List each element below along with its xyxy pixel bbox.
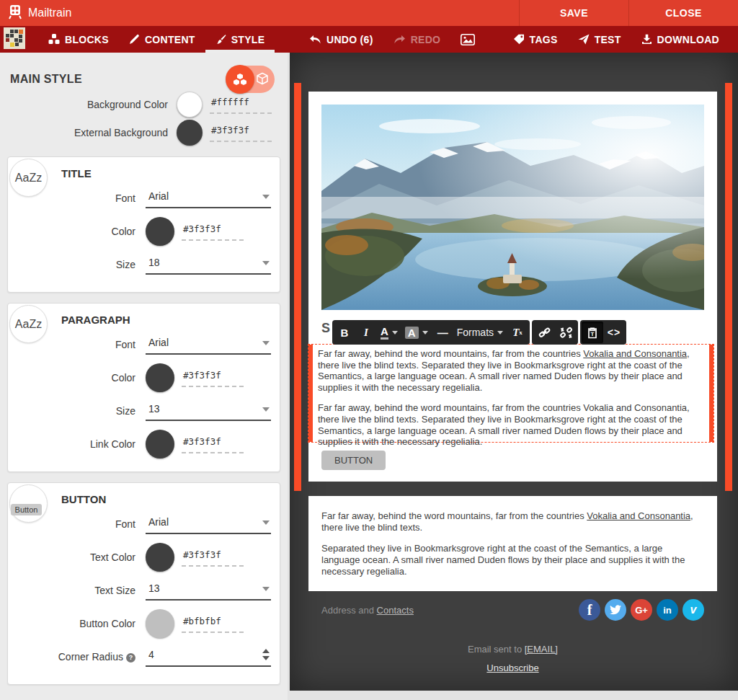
title-color-swatch[interactable] [146,217,174,246]
redo-icon [394,35,406,45]
facebook-icon[interactable]: f [579,599,600,621]
tab-blocks[interactable]: BLOCKS [38,26,119,53]
external-background-value[interactable]: #3f3f3f [210,125,272,142]
email-token-link[interactable]: [EMAIL] [525,644,558,655]
paragraph-font-select[interactable]: Arial [146,335,271,355]
insert-link-button[interactable] [533,322,555,343]
richtext-toolbar: B I A A — Formats Tx T <> [332,320,626,345]
external-background-row: External Background #3f3f3f [0,118,288,146]
google-plus-icon[interactable]: G+ [631,599,652,621]
email-section-title[interactable]: S [321,321,330,336]
corner-radius-input[interactable]: 4 [146,647,271,667]
button-text-size-select[interactable]: 13 [146,581,271,601]
cube-outline-icon [256,72,269,88]
chevron-down-icon [262,261,270,265]
email-sent-line: Email sent to [EMAIL] [308,644,717,655]
button-font-select[interactable]: Arial [146,515,271,534]
undo-icon [309,35,321,45]
button-color-value[interactable]: #bfbfbf [182,616,244,633]
download-button[interactable]: DOWNLOAD [631,26,729,53]
email-canvas: S B I A A — Formats Tx T <> [290,53,738,691]
block-selection-right-bar [725,83,732,491]
undo-button[interactable]: UNDO (6) [299,26,383,53]
tab-style[interactable]: STYLE [205,26,275,53]
chevron-down-icon [262,195,270,199]
title-style-card: AaZz TITLE Font Arial Color #3f3f3f Size… [7,156,280,293]
email-cta-button[interactable]: BUTTON [321,451,386,470]
chevron-down-icon [262,341,270,345]
formats-dropdown[interactable]: Formats [453,322,507,343]
title-font-select[interactable]: Arial [146,189,271,208]
title-color-value[interactable]: #3f3f3f [182,223,244,241]
vimeo-icon[interactable]: v [683,599,704,621]
clear-formatting-button[interactable]: Tx [507,322,528,343]
svg-text:T: T [591,331,595,337]
tab-content[interactable]: CONTENT [119,26,205,53]
edited-paragraphs[interactable]: Far far away, behind the word mountains,… [318,348,706,448]
email-body-block[interactable]: S B I A A — Formats Tx T <> [308,92,717,482]
hero-image[interactable] [321,105,704,310]
social-icons: f G+ in v [579,599,717,621]
button-text-color-swatch[interactable] [146,543,174,572]
editor-toolbar: BLOCKS CONTENT STYLE UNDO (6) REDO TAGS [0,26,738,53]
pencil-icon [129,34,140,45]
paragraph-link-color-value[interactable]: #3f3f3f [182,436,244,453]
image-icon [461,34,475,45]
blocks-icon [48,34,60,45]
edit-selection-left-edge [308,345,313,442]
address-line: Address and Contacts [308,605,414,616]
email-preview-area: S B I A A — Formats Tx T <> [288,53,738,700]
paragraph-color-value[interactable]: #3f3f3f [182,370,244,387]
text-color-button[interactable]: A [377,322,401,343]
horizontal-rule-button[interactable]: — [432,322,453,343]
paste-as-text-button[interactable]: T [582,322,603,343]
save-button[interactable]: SAVE [519,0,628,26]
button-section-title: BUTTON [61,493,271,505]
vokalia-link[interactable]: Vokalia and Consonantia [583,348,687,359]
unsubscribe-link[interactable]: Unsubscribe [486,663,538,673]
redo-button[interactable]: REDO [383,26,451,53]
paragraph-badge: AaZz [9,305,48,343]
paragraph-section-title: PARAGRAPH [61,314,271,326]
button-color-swatch[interactable] [146,609,174,638]
remove-link-button[interactable] [555,322,577,343]
background-color-button[interactable]: A [401,322,432,343]
edit-mode-toggle[interactable] [227,66,275,93]
gallery-button[interactable] [450,26,485,53]
bold-button[interactable]: B [334,322,355,343]
corner-radius-stepper[interactable] [262,649,270,660]
test-button[interactable]: TEST [568,26,631,53]
title-size-select[interactable]: 18 [146,255,271,275]
external-background-swatch[interactable] [177,120,203,146]
tag-icon [513,34,525,45]
chevron-down-icon [497,331,503,335]
chevron-down-icon [422,331,428,335]
download-icon [641,34,652,45]
tags-button[interactable]: TAGS [503,26,568,53]
email-text-block[interactable]: Far far away, behind the word mountains,… [308,496,717,591]
linkedin-icon[interactable]: in [657,599,678,621]
twitter-icon[interactable] [605,599,626,621]
chevron-down-icon [262,520,270,525]
italic-button[interactable]: I [355,322,377,343]
edit-selection-right-edge [709,345,713,442]
close-button[interactable]: CLOSE [628,0,738,26]
top-bar: Mailtrain SAVE CLOSE [0,0,738,26]
paragraph-color-swatch[interactable] [146,363,174,392]
title-section-title: TITLE [61,167,271,180]
contacts-link[interactable]: Contacts [377,605,414,616]
background-color-swatch[interactable] [177,92,203,118]
button-style-card: Button BUTTON Font Arial Text Color #3f3… [7,482,280,685]
style-panel: MAIN STYLE Background Color #ffffff Exte… [0,53,288,700]
block-selection-left-bar [294,83,301,491]
mosaico-logo [4,27,25,52]
paragraph-link-color-swatch[interactable] [146,430,174,458]
paragraph-size-select[interactable]: 13 [146,402,271,421]
button-text-color-value[interactable]: #3f3f3f [182,549,244,567]
source-code-button[interactable]: <> [603,322,625,343]
background-color-value[interactable]: #ffffff [210,97,272,114]
help-icon[interactable]: ? [126,653,135,663]
paper-plane-icon [578,34,590,45]
editable-text-block[interactable]: Far far away, behind the word mountains,… [308,344,714,443]
vokalia-link[interactable]: Vokalia and Consonantia [587,510,690,521]
